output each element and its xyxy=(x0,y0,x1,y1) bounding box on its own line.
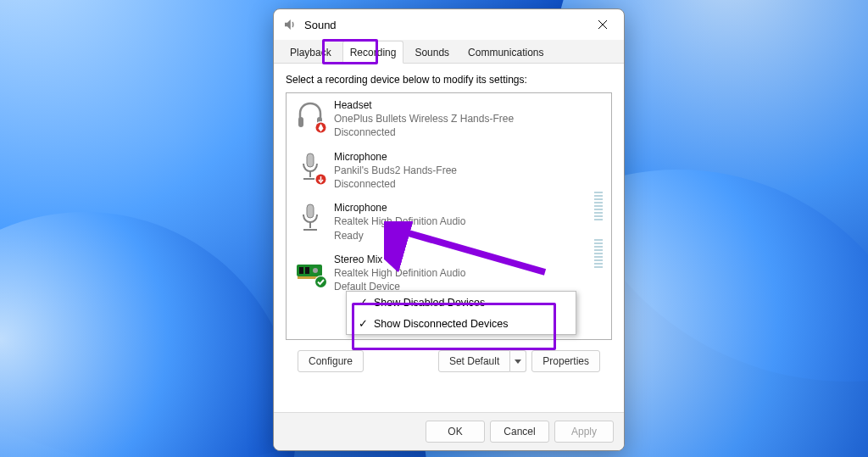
tab-sounds[interactable]: Sounds xyxy=(407,41,457,64)
soundcard-icon xyxy=(295,253,326,287)
device-desc: Realtek High Definition Audio xyxy=(334,266,603,280)
disconnected-badge-icon xyxy=(314,121,327,134)
device-list[interactable]: Headset OnePlus Bullets Wireless Z Hands… xyxy=(286,92,612,340)
tab-bar: Playback Recording Sounds Communications xyxy=(274,40,624,64)
tab-playback[interactable]: Playback xyxy=(282,41,339,64)
configure-button[interactable]: Configure xyxy=(298,350,364,372)
microphone-icon xyxy=(295,150,326,184)
tab-communications[interactable]: Communications xyxy=(460,41,551,64)
default-badge-icon xyxy=(314,276,327,288)
menu-show-disabled[interactable]: ✓ Show Disabled Devices xyxy=(347,292,576,313)
ok-button[interactable]: OK xyxy=(426,421,485,443)
device-name: Microphone xyxy=(334,201,603,215)
svg-rect-3 xyxy=(307,153,314,167)
config-button-row: Configure Set Default Properties xyxy=(286,340,612,372)
dialog-footer: OK Cancel Apply xyxy=(274,412,624,450)
close-icon xyxy=(598,20,608,30)
headset-icon xyxy=(295,98,326,132)
svg-rect-7 xyxy=(299,267,303,274)
disconnected-badge-icon xyxy=(314,173,327,186)
device-name: Stereo Mix xyxy=(334,253,603,266)
microphone-icon xyxy=(295,201,326,235)
device-desc: OnePlus Bullets Wireless Z Hands-Free xyxy=(334,112,603,125)
svg-point-9 xyxy=(313,268,318,273)
set-default-split-button[interactable]: Set Default xyxy=(438,350,526,372)
instruction-text: Select a recording device below to modif… xyxy=(286,74,612,86)
device-status: Ready xyxy=(334,229,603,242)
tab-content: Select a recording device below to modif… xyxy=(274,64,624,372)
checkmark-icon: ✓ xyxy=(359,317,374,330)
set-default-button[interactable]: Set Default xyxy=(438,350,510,372)
sound-dialog: Sound Playback Recording Sounds Communic… xyxy=(273,8,625,451)
chevron-down-icon xyxy=(515,359,521,364)
device-item-headset[interactable]: Headset OnePlus Bullets Wireless Z Hands… xyxy=(287,93,611,145)
window-title: Sound xyxy=(304,19,590,31)
checkmark-icon: ✓ xyxy=(359,296,374,309)
device-name: Headset xyxy=(334,98,603,112)
menu-label: Show Disconnected Devices xyxy=(374,318,508,330)
level-meter xyxy=(594,192,603,222)
svg-rect-5 xyxy=(307,204,314,218)
tab-recording[interactable]: Recording xyxy=(342,41,404,64)
device-item-microphone-realtek[interactable]: Microphone Realtek High Definition Audio… xyxy=(287,196,611,248)
device-status: Disconnected xyxy=(334,177,603,191)
sound-icon xyxy=(282,17,298,32)
device-name: Microphone xyxy=(334,150,603,164)
apply-button[interactable]: Apply xyxy=(554,421,614,443)
svg-rect-8 xyxy=(305,267,309,274)
close-button[interactable] xyxy=(590,12,615,37)
cancel-button[interactable]: Cancel xyxy=(490,421,549,443)
menu-label: Show Disabled Devices xyxy=(374,297,485,309)
svg-rect-0 xyxy=(298,117,303,127)
device-item-microphone-buds[interactable]: Microphone Pankil's Buds2 Hands-Free Dis… xyxy=(287,145,611,197)
context-menu: ✓ Show Disabled Devices ✓ Show Disconnec… xyxy=(346,291,576,335)
device-desc: Pankil's Buds2 Hands-Free xyxy=(334,164,603,177)
titlebar[interactable]: Sound xyxy=(274,9,624,40)
menu-show-disconnected[interactable]: ✓ Show Disconnected Devices xyxy=(347,313,576,334)
properties-button[interactable]: Properties xyxy=(531,350,600,372)
level-meter xyxy=(594,239,603,270)
device-desc: Realtek High Definition Audio xyxy=(334,215,603,228)
set-default-dropdown[interactable] xyxy=(510,350,526,372)
device-status: Disconnected xyxy=(334,125,603,139)
